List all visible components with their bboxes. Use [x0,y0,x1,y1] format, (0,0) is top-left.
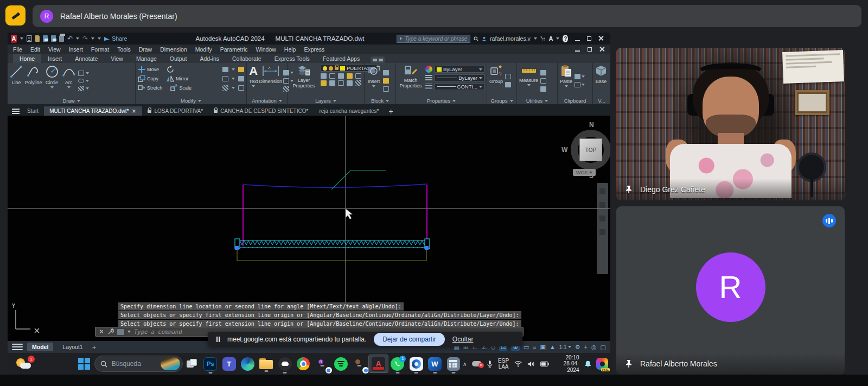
orbit-icon[interactable] [599,216,605,222]
tool-layer-properties[interactable]: Layer Properties [290,65,318,97]
block-attributes-icon[interactable] [383,86,389,92]
word-app[interactable]: W [425,357,444,371]
calculator-app[interactable] [444,357,463,371]
layout1-tab[interactable]: Layout1 [58,343,87,351]
tool-base[interactable]: Base [595,65,607,97]
panel-label-block[interactable]: Block [365,98,395,104]
copy-clip-icon[interactable] [575,82,580,87]
layer-freeze-icon[interactable] [338,73,344,79]
qat-customize-icon[interactable] [98,37,101,40]
user-dropdown-icon[interactable] [534,37,537,40]
tab-start[interactable]: Start [22,106,44,116]
weather-widget[interactable]: 1 [12,357,37,370]
new-tab-button[interactable]: + [384,107,397,116]
menu-file[interactable]: File [13,46,22,53]
panel-label-clipboard[interactable]: Clipboard [558,98,592,104]
explode-tool-icon[interactable] [238,76,244,81]
layer-match-icon[interactable] [355,73,361,79]
battery-icon[interactable] [540,361,549,367]
layer-lock-tool-icon[interactable] [347,73,353,79]
autodesk-logo[interactable]: A [548,35,553,42]
close-button[interactable] [595,35,607,42]
tool-rotate[interactable] [167,65,174,73]
wcs-dropdown[interactable]: WCS [573,169,596,176]
tool-circle[interactable]: Circle [44,65,60,97]
open-file-button[interactable] [35,35,40,42]
help-search-input[interactable]: Type a keyword or phrase [397,35,470,43]
photoshop-app[interactable]: Ps [201,357,220,371]
edit-block-icon[interactable] [383,78,389,84]
tool-dimension[interactable]: Dimension [259,65,283,97]
workspace-switching-menu[interactable]: ⚙ [575,344,580,350]
lineweight-dropdown[interactable]: ByLayer [435,74,484,81]
navigation-bar[interactable] [597,183,608,274]
teams-app[interactable]: T [220,357,238,371]
panel-label-properties[interactable]: Properties [396,98,487,104]
rectangle-tool-icon[interactable] [78,71,84,76]
search-highlight-image[interactable] [161,357,180,370]
chrome-app[interactable] [294,357,312,370]
tool-insert[interactable]: Insert [367,65,381,97]
circle-flyout-icon[interactable] [50,86,54,88]
redo-button[interactable]: ↷ [82,35,88,42]
menu-view[interactable]: View [48,46,61,53]
ribbon-tab-insert[interactable]: Insert [41,54,68,63]
tool-mirror[interactable]: Mirror [166,74,189,83]
notification-bell-icon[interactable] [585,360,591,368]
array-tool-icon[interactable] [222,85,228,91]
tab-losa-deportiva[interactable]: LOSA DEPORTIVA* [142,106,208,116]
task-view-button[interactable] [183,359,201,369]
tray-expand-chevron[interactable]: ∧ [463,361,467,367]
layer-color-swatch[interactable] [340,66,345,71]
command-customize-icon[interactable] [107,328,114,335]
panel-label-view[interactable]: V... [593,98,610,104]
tool-polyline[interactable]: Polyline [25,65,42,97]
tab-reja-cancha[interactable]: reja cancha navegantes* [314,106,384,116]
pan-icon[interactable] [599,188,605,194]
cut-icon[interactable] [575,74,580,79]
menu-insert[interactable]: Insert [69,46,83,53]
edge-app[interactable] [238,357,257,371]
new-layout-button[interactable]: + [92,343,97,351]
layer-walk-icon[interactable] [321,80,327,86]
grip-right[interactable] [425,246,429,250]
grip-left[interactable] [235,246,239,250]
menu-format[interactable]: Format [91,46,109,53]
selection-cycling-toggle[interactable]: ▣ [540,344,545,350]
zoom-icon[interactable] [599,202,605,208]
panel-label-draw[interactable]: Draw [8,98,135,104]
wifi-icon[interactable] [514,360,522,367]
doc-close-button[interactable] [599,46,605,53]
language-indicator[interactable]: ESP LAA [498,358,509,370]
menu-help[interactable]: Help [284,46,296,53]
panel-label-utilities[interactable]: Utilities [517,98,557,104]
app-store-cart-icon[interactable] [540,35,546,42]
new-file-button[interactable] [27,35,32,42]
file-tabs-menu[interactable] [10,107,22,116]
taskbar-search[interactable]: Búsqueda [94,356,183,372]
dynamic-input-toggle[interactable]: ▭ [524,344,529,350]
ribbon-tab-addins[interactable]: Add-ins [193,54,226,63]
hatch-tool-icon[interactable] [78,86,84,91]
isolate-objects-toggle[interactable]: ◎ [591,344,597,350]
menu-window[interactable]: Window [256,46,276,53]
ribbon-tab-view[interactable]: View [104,54,130,63]
app-menu-dropdown-icon[interactable] [20,37,23,40]
layer-state-icon[interactable] [338,80,344,86]
annotation-visibility-toggle[interactable]: ▲ [550,344,556,350]
help-button[interactable]: ? [563,35,568,42]
tool-copy[interactable]: Copy [138,74,158,83]
layer-merge-icon[interactable] [347,80,353,86]
tab-close-icon[interactable] [132,109,136,113]
tab-cancha-cesped[interactable]: CANCHA DE CESPED SINTETICO* [208,106,314,116]
tool-paste[interactable]: Paste [560,65,572,97]
command-close-icon[interactable] [99,330,104,334]
redo-dropdown-icon[interactable] [91,37,94,40]
erase-tool-icon[interactable] [238,67,244,72]
group-edit-icon[interactable] [505,82,511,87]
model-tab[interactable]: Model [27,343,53,351]
tool-arc[interactable]: Arc [62,65,76,97]
plot-button[interactable] [59,35,64,42]
layer-thaw-icon[interactable] [329,66,333,71]
quick-select-icon[interactable] [540,70,546,75]
